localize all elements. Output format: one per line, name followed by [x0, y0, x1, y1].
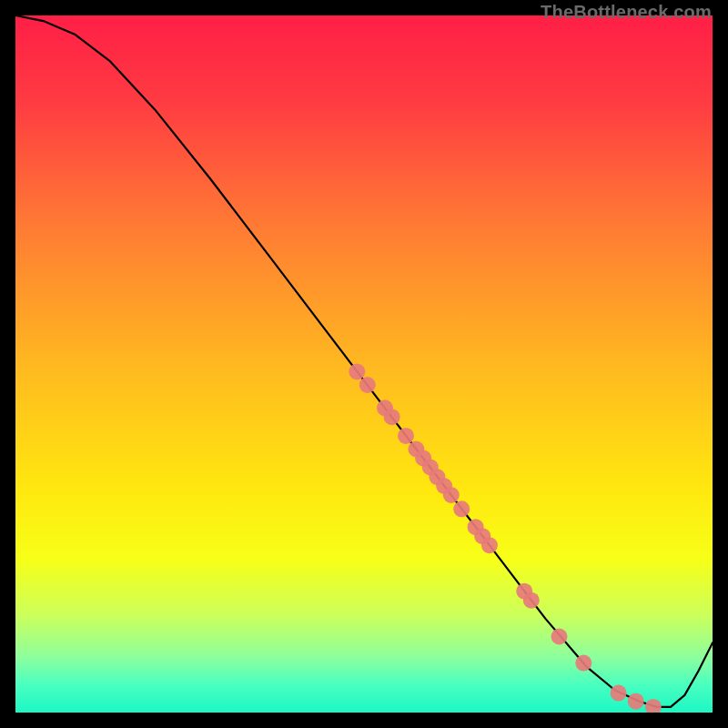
data-point [523, 592, 540, 609]
data-point [384, 409, 400, 425]
data-point [551, 629, 568, 645]
chart-container: TheBottleneck.com [0, 0, 728, 728]
data-point [628, 693, 644, 710]
chart-svg [15, 15, 713, 713]
data-point [443, 487, 460, 503]
plot-area [15, 15, 713, 713]
data-point [575, 655, 592, 672]
gradient-background [15, 15, 713, 713]
data-point [481, 537, 498, 553]
data-point [453, 500, 470, 517]
data-point [349, 363, 365, 379]
data-point [359, 377, 376, 393]
data-point [611, 685, 627, 702]
data-point [398, 428, 414, 444]
watermark-text: TheBottleneck.com [541, 2, 712, 23]
